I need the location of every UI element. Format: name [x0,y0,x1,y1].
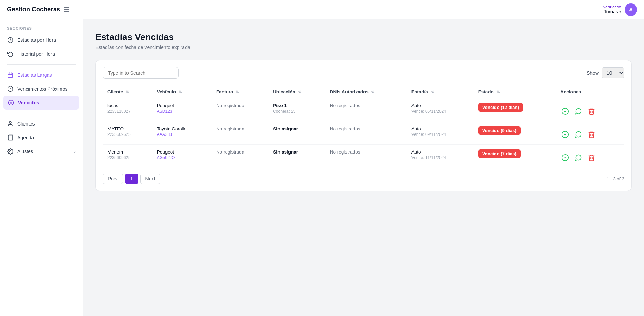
whatsapp-action-button[interactable] [574,130,583,139]
chevron-right-icon: › [74,149,76,154]
user-name[interactable]: Tomas ▾ [604,9,621,15]
col-factura[interactable]: Factura ⇅ [211,86,268,98]
col-ubicacion[interactable]: Ubicación ⇅ [268,86,325,98]
sidebar-item-vencidos[interactable]: Vencidos [3,96,79,110]
svg-rect-1 [8,73,13,78]
confirm-action-button[interactable] [560,130,570,139]
table-row: MATEO 2235609625 Toyota Corolla AAA333 N… [103,121,624,145]
user-icon [7,120,14,127]
whatsapp-action-button[interactable] [574,106,583,116]
cell-vehiculo: Toyota Corolla AAA333 [152,121,211,145]
col-acciones: Acciones [556,86,624,98]
sidebar-item-label: Estadias por Hora [17,37,56,43]
delete-action-button[interactable] [587,130,596,139]
table-row: lucas 2233118027 Peugeot ASD123 No regis… [103,98,624,121]
cell-estado: Vencido (7 días) [473,145,556,168]
user-info: Verificado Tomas ▾ [603,5,621,15]
cell-vehiculo: Peugeot ASD123 [152,98,211,121]
sidebar-item-estadias-largas[interactable]: Estadias Largas [0,68,83,82]
table-toolbar: Show 10 25 50 100 [103,67,624,79]
sidebar-item-ajustes[interactable]: Ajustes › [0,145,83,158]
clock-icon [7,37,14,44]
show-select[interactable]: 10 25 50 100 [602,67,624,78]
cell-cliente: lucas 2233118027 [103,98,152,121]
pagination: Prev 1 Next 1 –3 of 3 [103,174,624,184]
sidebar-item-clientes[interactable]: Clientes [0,117,83,131]
show-control: Show 10 25 50 100 [587,67,624,78]
page-subtitle: Estadías con fecha de vencimiento expira… [95,45,632,50]
sidebar-item-label: Vencimientos Próximos [17,86,68,92]
app-title: Gestion Cocheras ☰ [7,6,69,13]
sidebar-sections-label: SECCIONES [0,26,83,33]
cell-dnis: No registrados [325,98,407,121]
cell-estadia: Auto Vence: 09/11/2024 [407,121,473,145]
cell-estadia: Auto Vence: 06/11/2024 [407,98,473,121]
user-area: Verificado Tomas ▾ A [603,3,637,16]
cell-dnis: No registrados [325,121,407,145]
page-title: Estadías Vencidas [95,32,632,43]
pagination-info: 1 –3 of 3 [607,176,624,182]
sidebar-divider [7,64,76,65]
col-vehiculo[interactable]: Vehículo ⇅ [152,86,211,98]
history-icon [7,50,14,57]
hamburger-icon[interactable]: ☰ [64,6,69,13]
cell-cliente: MATEO 2235609625 [103,121,152,145]
sidebar-item-estadias-hora[interactable]: Estadias por Hora [0,33,83,47]
delete-action-button[interactable] [587,153,596,162]
status-badge: Vencido (7 días) [478,149,521,158]
avatar: A [625,3,637,16]
chevron-down-icon: ▾ [619,10,621,13]
search-input[interactable] [103,67,179,79]
cell-cliente: Menem 2235609625 [103,145,152,168]
confirm-action-button[interactable] [560,106,570,116]
next-button[interactable]: Next [140,174,161,184]
cell-acciones [556,121,624,145]
sidebar-item-historial-hora[interactable]: Historial por Hora [0,47,83,61]
page-1-button[interactable]: 1 [125,174,138,184]
col-estadia[interactable]: Estadía ⇅ [407,86,473,98]
cell-acciones [556,98,624,121]
data-table: Cliente ⇅ Vehículo ⇅ Factura ⇅ Ubicación… [103,86,624,167]
sidebar-divider-2 [7,113,76,113]
sidebar-item-label: Vencidos [18,100,39,105]
calendar-icon [7,72,14,78]
cell-estado: Vencido (12 días) [473,98,556,121]
sidebar-item-label: Clientes [17,121,35,127]
col-cliente[interactable]: Cliente ⇅ [103,86,152,98]
status-badge: Vencido (12 días) [478,103,523,112]
svg-point-12 [10,151,11,152]
sidebar-item-vencimientos-proximos[interactable]: Vencimientos Próximos [0,82,83,96]
col-dnis[interactable]: DNIs Autorizados ⇅ [325,86,407,98]
delete-action-button[interactable] [587,106,596,116]
sidebar-item-label: Agenda [17,135,34,140]
table-row: Menem 2235609625 Peugeot AG592JO No regi… [103,145,624,168]
pagination-controls: Prev 1 Next [103,174,160,184]
cell-ubicacion: Sin asignar [268,145,325,168]
confirm-action-button[interactable] [560,153,570,162]
settings-icon [7,148,14,155]
book-icon [7,134,14,141]
cell-estadia: Auto Vence: 11/11/2024 [407,145,473,168]
sidebar-item-label: Historial por Hora [17,51,55,57]
x-circle-icon [8,99,15,106]
cell-factura: No registrada [211,145,268,168]
cell-factura: No registrada [211,98,268,121]
cell-estado: Vencido (9 días) [473,121,556,145]
table-card: Show 10 25 50 100 Cliente ⇅ [95,60,632,191]
prev-button[interactable]: Prev [103,174,123,184]
sidebar-item-agenda[interactable]: Agenda [0,131,83,145]
col-estado[interactable]: Estado ⇅ [473,86,556,98]
show-label: Show [587,70,599,76]
main-content: Estadías Vencidas Estadías con fecha de … [83,19,644,316]
status-badge: Vencido (9 días) [478,126,521,135]
alert-circle-icon [7,85,14,92]
whatsapp-action-button[interactable] [574,153,583,162]
cell-vehiculo: Peugeot AG592JO [152,145,211,168]
top-bar: Gestion Cocheras ☰ Verificado Tomas ▾ A [0,0,644,19]
sidebar-item-label: Ajustes [17,149,33,154]
cell-ubicacion: Sin asignar [268,121,325,145]
svg-point-11 [9,121,11,123]
cell-dnis: No registrados [325,145,407,168]
user-verified-label: Verificado [603,5,621,9]
cell-acciones [556,145,624,168]
